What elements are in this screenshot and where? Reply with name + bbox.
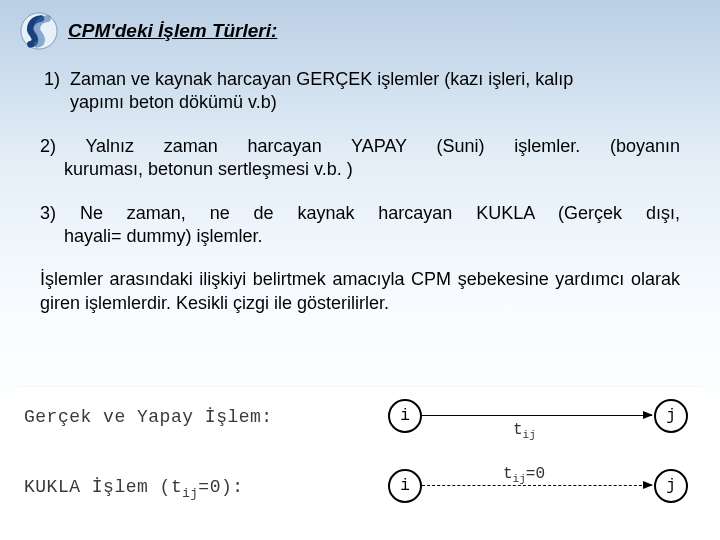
item-text-cont: kuruması, betonun sertleşmesi v.b. ) [40, 158, 680, 181]
item-text: Ne zaman, ne de kaynak harcayan KUKLA (G… [80, 203, 680, 223]
edge-label-tij0: tij=0 [503, 465, 545, 485]
item-text: Yalnız zaman harcayan YAPAY (Suni) işlem… [85, 136, 680, 156]
item-number: 3) [40, 203, 56, 223]
item-text-cont: hayali= dummy) işlemler. [40, 225, 680, 248]
edge-label-tij: tij [513, 421, 536, 441]
arrow-solid [422, 415, 652, 416]
header-row: CPM'deki İşlem Türleri: [20, 12, 680, 50]
arrow-head-icon [643, 411, 653, 419]
closing-paragraph: İşlemler arasındaki ilişkiyi belirtmek a… [40, 268, 680, 315]
logo-icon [20, 12, 58, 50]
item-number: 1) [44, 69, 60, 89]
list-item: 2) Yalnız zaman harcayan YAPAY (Suni) iş… [40, 135, 680, 182]
item-text-cont: yapımı beton dökümü v.b) [40, 91, 680, 114]
item-text: Zaman ve kaynak harcayan GERÇEK işlemler… [70, 69, 573, 89]
diagram-panel: Gerçek ve Yapay İşlem: i j tij KUKLA İşl… [18, 386, 702, 522]
content-area: 1) Zaman ve kaynak harcayan GERÇEK işlem… [40, 68, 680, 315]
node-j: j [654, 469, 688, 503]
slide-root: CPM'deki İşlem Türleri: 1) Zaman ve kayn… [0, 0, 720, 540]
node-i: i [388, 469, 422, 503]
list-item: 3) Ne zaman, ne de kaynak harcayan KUKLA… [40, 202, 680, 249]
arrow-head-icon [643, 481, 653, 489]
diagram-label-dummy: KUKLA İşlem (tij=0): [24, 477, 244, 501]
diagram-label-real: Gerçek ve Yapay İşlem: [24, 407, 273, 427]
slide-title: CPM'deki İşlem Türleri: [68, 20, 277, 42]
node-j: j [654, 399, 688, 433]
node-i: i [388, 399, 422, 433]
list-item: 1) Zaman ve kaynak harcayan GERÇEK işlem… [40, 68, 680, 115]
item-number: 2) [40, 136, 56, 156]
